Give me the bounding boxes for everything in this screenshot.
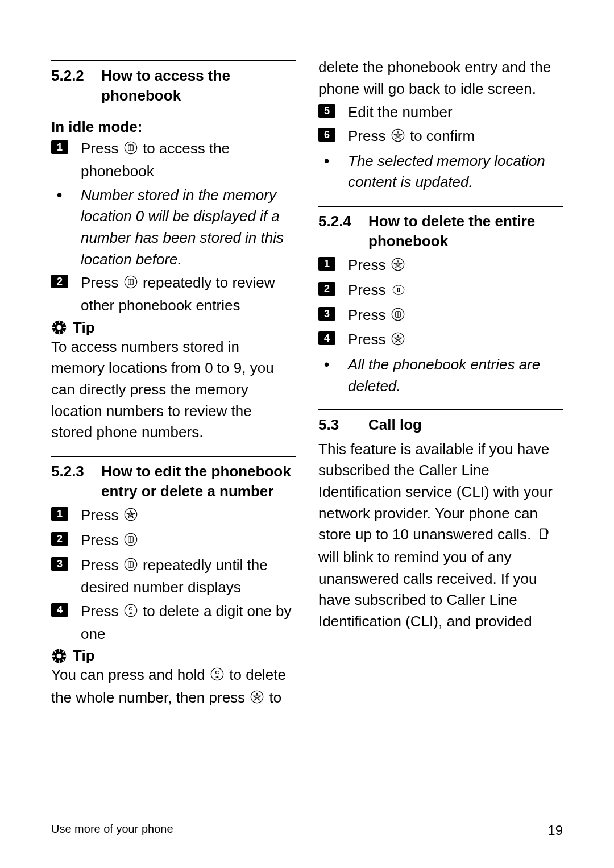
tip-heading: Tip <box>51 647 296 665</box>
step-badge: 5 <box>318 104 335 118</box>
step-3: 3 Press <box>318 305 563 327</box>
tip-text: You can press and hold <box>51 666 209 683</box>
step-badge: 1 <box>51 140 68 154</box>
section-rule <box>51 60 296 61</box>
step-badge: 2 <box>51 532 68 546</box>
bullet-note: • All the phonebook entries are deleted. <box>318 354 563 397</box>
step-text: Press <box>348 331 390 348</box>
heading-title: How to delete the entire phonebook <box>368 211 563 251</box>
program-key-icon <box>124 506 138 528</box>
phonebook-key-icon <box>124 273 138 295</box>
tip-heading: Tip <box>51 319 296 337</box>
bullet-note: • Number stored in the memory location 0… <box>51 185 296 271</box>
step-badge: 6 <box>318 128 335 142</box>
tip-label: Tip <box>73 319 95 337</box>
step-badge: 2 <box>51 275 68 288</box>
heading-title: How to access the phonebook <box>101 66 296 106</box>
step-text: Press <box>348 281 390 298</box>
step-text: Press <box>81 506 123 524</box>
section-rule <box>318 409 563 410</box>
bullet-icon: • <box>57 185 62 206</box>
heading-5-2-2: 5.2.2 How to access the phonebook <box>51 66 296 106</box>
heading-number: 5.2.4 <box>318 211 368 251</box>
body-text: This feature is available if you have su… <box>318 441 553 543</box>
step-text: Press <box>81 531 123 549</box>
step-text: Edit the number <box>348 103 453 121</box>
step-4: 4 Press <box>318 329 563 352</box>
step-text: Press <box>81 556 123 574</box>
note-text: All the phonebook entries are deleted. <box>348 356 540 394</box>
bullet-icon: • <box>324 354 329 376</box>
step-2: 2 Press <box>51 530 296 553</box>
clear-key-icon <box>210 666 224 687</box>
heading-5-2-3: 5.2.3 How to edit the phonebook entry or… <box>51 462 296 501</box>
step-1: 1 Press <box>51 505 296 528</box>
step-2: 2 Press repeatedly to review other phone… <box>51 272 296 316</box>
step-text: to confirm <box>410 127 475 144</box>
tip-icon <box>51 319 67 335</box>
program-key-icon <box>391 256 405 277</box>
body-text: will blink to remind you of any unanswer… <box>318 549 537 630</box>
tip-label: Tip <box>73 647 95 665</box>
bullet-note: • The selected memory location content i… <box>318 151 563 193</box>
step-2: 2 Press <box>318 280 563 302</box>
step-badge: 1 <box>318 257 335 271</box>
phonebook-key-icon <box>124 139 138 161</box>
step-text: Press <box>348 256 390 273</box>
page-number: 19 <box>547 823 563 838</box>
footer-left: Use more of your phone <box>51 823 173 838</box>
step-badge: 2 <box>318 282 335 296</box>
section-rule <box>51 456 296 457</box>
step-1: 1 Press <box>318 255 563 277</box>
program-key-icon <box>250 688 264 710</box>
clear-key-icon <box>124 602 138 624</box>
heading-number: 5.2.2 <box>51 66 101 106</box>
program-key-icon <box>391 127 405 148</box>
step-badge: 4 <box>51 603 68 617</box>
heading-5-3: 5.3 Call log <box>318 415 563 435</box>
step-text: Press <box>348 127 390 144</box>
step-5: 5 Edit the number <box>318 102 563 123</box>
step-text: Press <box>81 274 123 291</box>
section-rule <box>318 206 563 207</box>
tip-icon <box>51 648 67 664</box>
phonebook-key-icon <box>124 556 138 578</box>
heading-number: 5.3 <box>318 415 368 435</box>
step-badge: 1 <box>51 507 68 521</box>
note-text: Number stored in the memory location 0 w… <box>81 186 284 268</box>
heading-title: Call log <box>368 415 563 435</box>
step-text: Press <box>81 603 123 620</box>
step-badge: 4 <box>318 331 335 345</box>
page-footer: Use more of your phone 19 <box>0 823 614 838</box>
step-badge: 3 <box>51 557 68 571</box>
call-log-icon <box>537 525 550 547</box>
phonebook-key-icon <box>124 531 138 553</box>
step-4: 4 Press to delete a digit one by one <box>51 601 296 645</box>
heading-number: 5.2.3 <box>51 462 101 501</box>
note-text: The selected memory location content is … <box>348 152 545 191</box>
step-badge: 3 <box>318 307 335 321</box>
step-text: Press <box>81 140 123 157</box>
phonebook-key-icon <box>391 306 405 327</box>
bullet-icon: • <box>324 151 329 172</box>
step-1: 1 Press to access the phonebook <box>51 138 296 182</box>
program-key-icon <box>391 330 405 352</box>
heading-title: How to edit the phonebook entry or delet… <box>101 462 296 501</box>
tip-body: To access numbers stored in memory locat… <box>51 337 296 443</box>
section-body: This feature is available if you have su… <box>318 439 563 633</box>
subhead-idle-mode: In idle mode: <box>51 118 296 136</box>
step-6: 6 Press to confirm <box>318 126 563 148</box>
step-3: 3 Press repeatedly until the desired num… <box>51 555 296 599</box>
zero-key-icon <box>391 281 406 302</box>
step-text: Press <box>348 306 390 323</box>
heading-5-2-4: 5.2.4 How to delete the entire phonebook <box>318 211 563 251</box>
